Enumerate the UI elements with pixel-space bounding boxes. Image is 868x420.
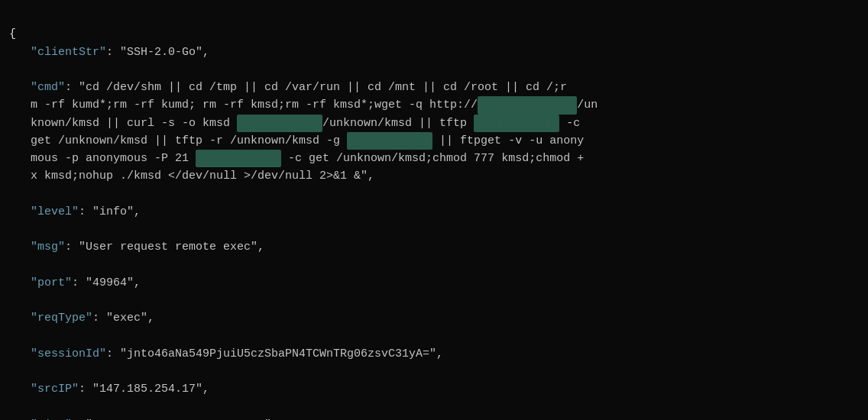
field-msg: "msg": "User request remote exec", (9, 238, 856, 256)
value-cmd: : "cd /dev/shm || cd /tmp || cd /var/run… (31, 81, 598, 183)
field-time: "time": "2022-10-27T15:09:40-04:00", (9, 416, 856, 420)
key-cmd: "cmd" (31, 81, 65, 94)
key-reqType: "reqType" (31, 312, 92, 325)
value-srcIP: : "147.185.254.17", (79, 383, 209, 396)
value-level: : "info", (79, 205, 141, 218)
value-port: : "49964", (72, 276, 141, 289)
value-clientStr: : "SSH-2.0-Go", (106, 46, 209, 59)
field-srcIP: "srcIP": "147.185.254.17", (9, 380, 856, 398)
key-port: "port" (31, 276, 72, 289)
key-msg: "msg" (31, 241, 65, 254)
json-output: { "clientStr": "SSH-2.0-Go", "cmd": "cd … (9, 8, 856, 420)
redacted-ip-5: ████████████ (196, 150, 281, 167)
redacted-ip-1: ██████████████ (478, 96, 577, 114)
key-clientStr: "clientStr" (31, 46, 106, 59)
open-brace: { (9, 27, 16, 40)
key-level: "level" (31, 205, 79, 218)
field-port: "port": "49964", (9, 274, 856, 292)
field-sessionId: "sessionId": "jnto46aNa549PjuiU5czSbaPN4… (9, 345, 856, 363)
redacted-ip-2: ████████████ (237, 115, 322, 132)
field-level: "level": "info", (9, 203, 856, 221)
redacted-ip-4: ████████████ (347, 132, 432, 150)
key-srcIP: "srcIP" (31, 383, 79, 396)
value-sessionId: : "jnto46aNa549PjuiU5czSbaPN4TCWnTRg06zs… (106, 347, 443, 360)
field-cmd: "cmd": "cd /dev/shm || cd /tmp || cd /va… (9, 79, 856, 186)
redacted-ip-3: ████████████ (474, 115, 559, 132)
key-sessionId: "sessionId" (31, 347, 106, 360)
value-reqType: : "exec", (92, 312, 154, 325)
field-clientStr: "clientStr": "SSH-2.0-Go", (9, 44, 856, 61)
value-msg: : "User request remote exec", (65, 241, 264, 254)
field-reqType: "reqType": "exec", (9, 309, 856, 327)
